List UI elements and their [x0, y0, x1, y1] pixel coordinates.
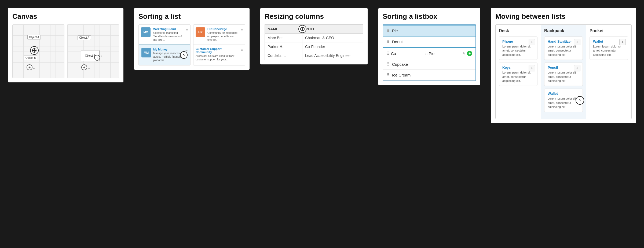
listbox-label-2: Donut: [392, 39, 472, 44]
listbox-item-cake[interactable]: ⠿ Ca ⠿ Pie ↖ +: [383, 47, 475, 59]
resize-title: Resizing columns: [265, 12, 363, 21]
sort-item-cs-desc: Areas of Focus are used to track custome…: [196, 54, 239, 61]
plus-icon-2: +: [94, 55, 100, 61]
listbox-label-3b: Pie: [429, 51, 462, 56]
sorting-list-section: Sorting a list MC Marketing Cloud Salesf…: [134, 8, 250, 70]
backpack-pencil-desc: Lorem ipsum dolor sit amet, consectetur …: [548, 71, 579, 83]
cell-name-3: Cordelia ...: [265, 51, 302, 60]
sort-item-mm-desc: Manage your finances across multiple fin…: [153, 52, 183, 62]
sort-panels: MC Marketing Cloud Salesforce Marketing …: [138, 24, 245, 65]
listbox-item-pie-active[interactable]: ⠿ Pie: [383, 25, 475, 37]
move-phone-btn[interactable]: +: [529, 39, 535, 45]
avatar-mc: MC: [141, 27, 151, 37]
sort-panel-right: HR HR Concierge Community for managing e…: [193, 24, 245, 65]
desk-card-keys: Keys Lorem ipsum dolor sit amet, consect…: [499, 63, 537, 86]
sortbox-section: Sorting a listbox ⠿ Pie ⠿ Donut ⠿ Ca ⠿ P…: [378, 8, 480, 85]
desk-title: Desk: [499, 28, 537, 33]
sort-item-mc[interactable]: MC Marketing Cloud Salesforce Marketing …: [139, 25, 190, 45]
cell-role-1: Chairman & CEO: [302, 34, 363, 42]
listbox-item-donut[interactable]: ⠿ Donut: [383, 37, 475, 47]
backpack-card-pencil: Pencil Lorem ipsum dolor sit amet, conse…: [544, 63, 583, 86]
plus-icon-1: +: [27, 64, 32, 70]
crosshair-icon: [30, 46, 39, 55]
resize-table: NAME ROLE Marc Ben...: [265, 24, 363, 60]
listbox-label-1: Pie: [392, 28, 472, 33]
plus-icon-3: +: [81, 64, 87, 70]
avatar-hr: HR: [196, 27, 205, 37]
canvas-object-b: Object B: [24, 56, 37, 60]
moving-col-backpack: Backpack Hand Sanitizer Lorem ipsum dolo…: [541, 25, 586, 119]
move-keys-btn[interactable]: +: [529, 65, 535, 71]
drag-dots-4: ⠿: [386, 62, 390, 67]
sort-item-hr-name: HR Concierge: [207, 27, 239, 31]
col-resize-handle[interactable]: [298, 25, 306, 33]
handle-icon-1: ✏: [33, 67, 35, 70]
move-pencil-btn[interactable]: +: [574, 65, 580, 71]
moving-col-pocket: Pocket Wallet Lorem ipsum dolor sit amet…: [586, 25, 631, 119]
cell-role-3: Lead Accessibility Engineer: [302, 51, 363, 60]
listbox-label-5: Ice Cream: [392, 73, 472, 77]
move-pocket-wallet-btn[interactable]: +: [619, 39, 626, 45]
pocket-wallet-desc: Lorem ipsum dolor sit amet, consectetur …: [593, 45, 625, 57]
col-header-role[interactable]: ROLE: [302, 25, 363, 34]
canvas-panel-2[interactable]: Object A Object B + ✏ + ✏: [67, 24, 119, 78]
backpack-wallet-name: Wallet: [548, 92, 579, 96]
desk-phone-desc: Lorem ipsum dolor sit amet, consectetur …: [502, 45, 534, 57]
drag-dots-2: ⠿: [386, 39, 390, 44]
moving-title: Moving between lists: [495, 12, 632, 21]
listbox: ⠿ Pie ⠿ Donut ⠿ Ca ⠿ Pie ↖ + ⠿ Cupcake ⠿…: [383, 24, 476, 81]
canvas-panel-1[interactable]: Object A Object B + ✏: [12, 24, 64, 78]
canvas-object-a2: Object A: [78, 35, 91, 40]
sorting-list-title: Sorting a list: [138, 12, 245, 21]
sort-item-mm[interactable]: MM My Money Manage your finances across …: [139, 45, 190, 65]
sort-item-cs-name: Customer Support Community: [196, 47, 239, 54]
resize-table-wrapper: NAME ROLE Marc Ben...: [265, 24, 363, 60]
sort-item-cs[interactable]: Customer Support Community Areas of Focu…: [193, 45, 245, 64]
drag-dots-3b: ⠿: [425, 51, 428, 56]
drag-dots-1: ⠿: [386, 28, 390, 33]
drag-cursor: [180, 51, 188, 59]
col-header-name[interactable]: NAME: [265, 25, 302, 34]
drag-handle-mc[interactable]: ≡: [186, 28, 188, 32]
moving-columns: Desk Phone Lorem ipsum dolor sit amet, c…: [495, 24, 632, 119]
listbox-label-4: Cupcake: [392, 62, 472, 67]
drag-handle-circle: ↖: [576, 96, 584, 105]
cell-role-2: Co-Founder: [302, 42, 363, 51]
moving-section: Moving between lists Desk Phone Lorem ip…: [491, 8, 636, 123]
sort-item-hr[interactable]: HR HR Concierge Community for managing e…: [193, 25, 245, 45]
handle-icon-2: ✏: [101, 55, 103, 57]
green-plus-icon: +: [467, 51, 472, 56]
sortbox-title: Sorting a listbox: [383, 12, 476, 21]
handle-icon-3: ✏: [88, 67, 90, 70]
drag-handle-cs[interactable]: ≡: [241, 48, 243, 52]
drag-dots-3: ⠿: [386, 51, 390, 56]
listbox-label-3: Ca: [391, 51, 424, 56]
table-row: Parker H... Co-Founder: [265, 42, 363, 51]
canvas-title: Canvas: [12, 12, 119, 21]
canvas-panels: Object A Object B + ✏ Object A Object B …: [12, 24, 119, 78]
cursor-svg: ↖: [579, 99, 581, 102]
drag-dots-5: ⠿: [386, 72, 390, 78]
sort-item-mc-content: Marketing Cloud Salesforce Marketing Clo…: [153, 27, 184, 42]
moving-col-desk: Desk Phone Lorem ipsum dolor sit amet, c…: [496, 25, 541, 119]
drag-handle-hr[interactable]: ≡: [241, 28, 243, 32]
sort-panel-left: MC Marketing Cloud Salesforce Marketing …: [138, 24, 191, 65]
backpack-sanitizer-desc: Lorem ipsum dolor sit amet, consectetur …: [548, 45, 579, 57]
cell-name-1: Marc Ben...: [265, 34, 302, 42]
table-row: Cordelia ... Lead Accessibility Engineer: [265, 51, 363, 60]
backpack-title: Backpack: [544, 28, 583, 33]
listbox-item-icecream[interactable]: ⠿ Ice Cream: [383, 70, 475, 81]
resize-section: Resizing columns NAME ROL: [260, 8, 368, 64]
pocket-title: Pocket: [590, 28, 628, 33]
desk-keys-desc: Lorem ipsum dolor sit amet, consectetur …: [502, 71, 534, 83]
avatar-mm: MM: [141, 48, 151, 57]
backpack-wallet-desc: Lorem ipsum dolor sit amet, consectetur …: [548, 97, 579, 109]
backpack-card-wallet: Wallet Lorem ipsum dolor sit amet, conse…: [544, 89, 583, 112]
sort-item-mm-name: My Money: [153, 48, 183, 51]
move-sanitizer-btn[interactable]: +: [574, 39, 580, 45]
listbox-item-cupcake[interactable]: ⠿ Cupcake: [383, 59, 475, 70]
sort-item-mc-desc: Salesforce Marketing Cloud lets business…: [153, 31, 184, 42]
sort-item-hr-content: HR Concierge Community for managing empl…: [207, 27, 239, 42]
backpack-card-sanitizer: Hand Sanitizer Lorem ipsum dolor sit ame…: [544, 37, 583, 60]
sort-item-hr-desc: Community for managing employee benefits…: [207, 31, 239, 42]
